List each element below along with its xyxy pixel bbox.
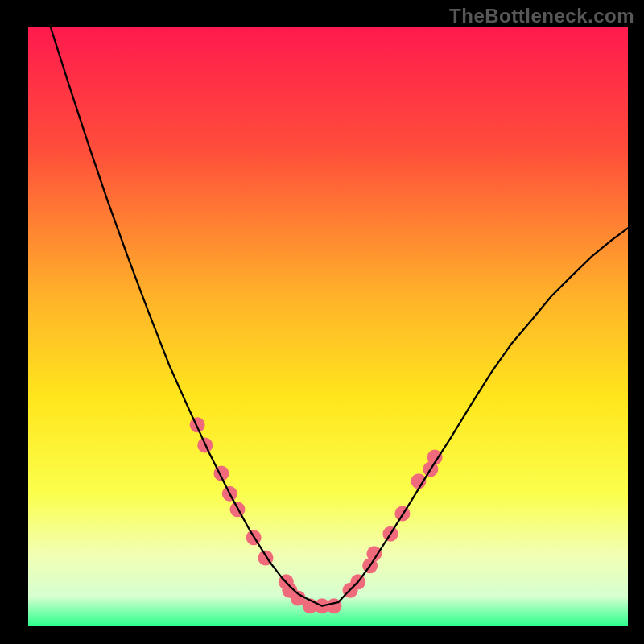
watermark-text: TheBottleneck.com [449,5,634,27]
gradient-background [28,27,628,626]
curve-dot [190,417,205,432]
bottleneck-chart [0,0,644,644]
chart-frame: { "watermark": "TheBottleneck.com", "cha… [0,0,644,644]
